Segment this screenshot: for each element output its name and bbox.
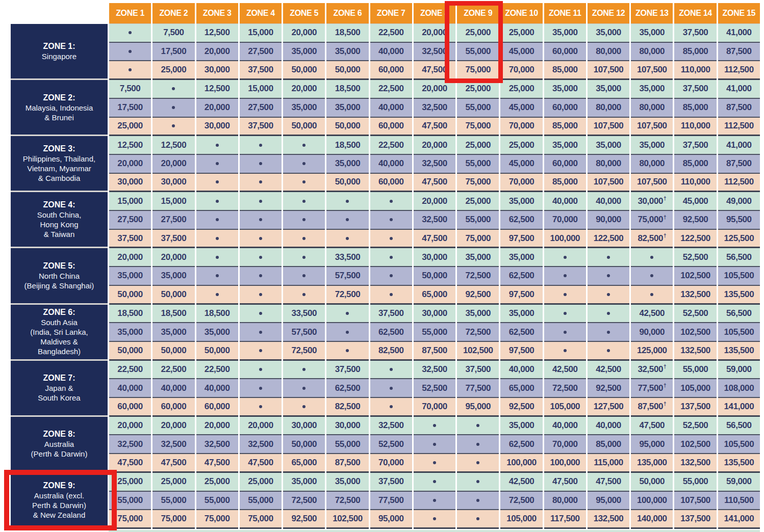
award-cell: 27,500 bbox=[152, 211, 194, 230]
award-cell: 32,500 bbox=[414, 211, 455, 230]
award-cell bbox=[196, 286, 238, 305]
award-cell bbox=[283, 211, 325, 230]
award-cell bbox=[240, 174, 282, 193]
award-cell bbox=[457, 510, 499, 529]
award-cell: 30,000 bbox=[326, 417, 368, 436]
award-cell: 17,500 bbox=[152, 43, 194, 62]
award-cell: 30,000 bbox=[283, 417, 325, 436]
award-cell: 45,000 bbox=[500, 43, 542, 62]
award-cell: 87,500 bbox=[326, 454, 368, 473]
column-header-zone-14: ZONE 14 bbox=[674, 3, 716, 24]
award-cell: 45,000 bbox=[500, 99, 542, 118]
award-cell: 87,500 bbox=[718, 43, 760, 62]
zone-description-line: Japan & bbox=[45, 383, 73, 393]
award-cell: 102,500 bbox=[674, 267, 716, 286]
award-cell: 35,000 bbox=[500, 248, 542, 267]
award-cell: 60,000 bbox=[152, 398, 194, 417]
award-cell bbox=[283, 267, 325, 286]
award-cell: 137,500 bbox=[674, 510, 716, 529]
no-award-dot-icon bbox=[216, 274, 219, 277]
award-cell: 60,000 bbox=[370, 174, 412, 193]
no-award-dot-icon bbox=[390, 200, 393, 203]
zone-description-line: Malaysia, Indonesia bbox=[26, 103, 93, 113]
no-award-dot-icon bbox=[259, 293, 262, 296]
award-cell: 77,500† bbox=[631, 379, 673, 398]
award-cell: 75,000 bbox=[152, 510, 194, 529]
no-award-dot-icon bbox=[346, 200, 349, 203]
award-cell: 132,500 bbox=[674, 454, 716, 473]
no-award-dot-icon bbox=[172, 87, 175, 90]
award-cell: 20,000 bbox=[414, 136, 455, 155]
no-award-dot-icon bbox=[607, 349, 610, 352]
award-cell: 30,000 bbox=[196, 118, 238, 137]
award-cell: 50,000 bbox=[326, 118, 368, 137]
award-cell: 107,500 bbox=[588, 61, 629, 80]
award-cell: 105,000 bbox=[500, 510, 542, 529]
award-cell: 35,000 bbox=[283, 99, 325, 118]
award-cell: 20,000 bbox=[196, 417, 238, 436]
award-cell bbox=[457, 473, 499, 492]
column-header-zone-11: ZONE 11 bbox=[544, 3, 586, 24]
award-cell: 52,500 bbox=[674, 305, 716, 324]
award-cell: 42,500 bbox=[500, 473, 542, 492]
award-cell: 55,000 bbox=[457, 211, 499, 230]
no-award-dot-icon bbox=[476, 517, 479, 520]
no-award-dot-icon bbox=[607, 293, 610, 296]
award-cell bbox=[152, 118, 194, 137]
award-cell: 100,000 bbox=[500, 454, 542, 473]
no-award-dot-icon bbox=[476, 461, 479, 464]
award-cell: 92,500 bbox=[457, 286, 499, 305]
award-cell: 80,000 bbox=[631, 43, 673, 62]
award-cell: 50,000 bbox=[152, 342, 194, 361]
award-cell: 56,500 bbox=[718, 417, 760, 436]
no-award-dot-icon bbox=[346, 218, 349, 221]
award-cell: 50,000 bbox=[196, 342, 238, 361]
award-cell bbox=[240, 398, 282, 417]
award-cell: 112,500 bbox=[718, 61, 760, 80]
award-cell: 60,000 bbox=[544, 43, 586, 62]
no-award-dot-icon bbox=[259, 218, 262, 221]
column-header-zone-4: ZONE 4 bbox=[240, 3, 282, 24]
award-cell: 40,000 bbox=[109, 379, 151, 398]
award-cell: 25,000 bbox=[457, 136, 499, 155]
award-cell: 125,500 bbox=[718, 230, 760, 249]
award-cell: 55,000 bbox=[674, 473, 716, 492]
award-cell: 50,000 bbox=[283, 61, 325, 80]
zone-description-line: (Beijing & Shanghai) bbox=[24, 281, 94, 290]
no-award-dot-icon bbox=[650, 293, 653, 296]
no-award-dot-icon bbox=[129, 50, 132, 53]
column-header-zone-7: ZONE 7 bbox=[370, 3, 412, 24]
zone-name: ZONE 3: bbox=[43, 144, 75, 154]
award-cell: 50,000 bbox=[414, 267, 455, 286]
award-cell: 50,000 bbox=[283, 435, 325, 454]
award-cell: 7,500 bbox=[109, 80, 151, 99]
award-cell: 52,500 bbox=[674, 248, 716, 267]
no-award-dot-icon bbox=[259, 331, 262, 334]
award-cell: 127,500 bbox=[588, 398, 629, 417]
award-cell: 55,000 bbox=[457, 155, 499, 174]
award-cell: 30,000 bbox=[109, 174, 151, 193]
award-cell: 60,000 bbox=[109, 398, 151, 417]
award-cell: 47,500 bbox=[588, 473, 629, 492]
award-cell: 92,500 bbox=[588, 379, 629, 398]
no-award-dot-icon bbox=[259, 274, 262, 277]
award-cell bbox=[283, 192, 325, 211]
award-cell: 75,000 bbox=[457, 230, 499, 249]
no-award-dot-icon bbox=[650, 274, 653, 277]
award-cell: 90,000 bbox=[631, 323, 673, 342]
award-cell: 85,000 bbox=[544, 118, 586, 137]
award-cell: 42,500 bbox=[588, 361, 629, 380]
highlight-box-zone9-column bbox=[445, 1, 503, 83]
zone-description-line: South Asia bbox=[41, 317, 78, 327]
award-cell: 62,500 bbox=[326, 379, 368, 398]
award-cell: 75,000 bbox=[457, 174, 499, 193]
award-cell: 135,500 bbox=[718, 342, 760, 361]
award-cell: 72,500 bbox=[457, 323, 499, 342]
award-cell: 18,500 bbox=[326, 80, 368, 99]
no-award-dot-icon bbox=[607, 312, 610, 315]
award-cell: 37,500 bbox=[674, 136, 716, 155]
award-cell: 40,000 bbox=[152, 379, 194, 398]
no-award-dot-icon bbox=[216, 162, 219, 165]
award-cell: 41,000 bbox=[718, 80, 760, 99]
award-cell: 20,000 bbox=[152, 155, 194, 174]
